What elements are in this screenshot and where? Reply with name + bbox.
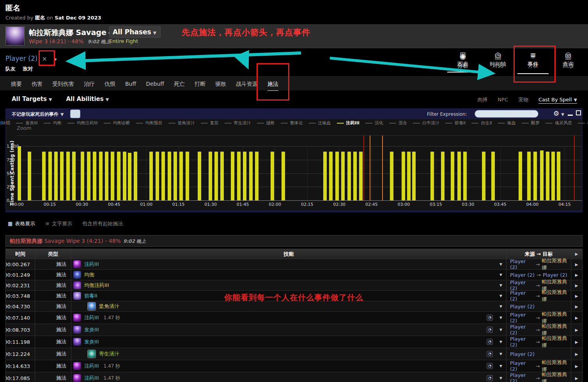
death-filter-toggle[interactable]: [70, 110, 80, 118]
cast-timer-icon[interactable]: ◔: [487, 351, 493, 357]
source-link[interactable]: Player (2): [510, 290, 533, 302]
row-caret-icon[interactable]: ▼: [499, 304, 502, 308]
legend-item[interactable]: 混合: [389, 120, 407, 126]
row-detail-button[interactable]: ▶: [571, 270, 582, 280]
nav-图表[interactable]: ⊞图表: [445, 50, 480, 74]
row-caret-icon[interactable]: ▼: [499, 364, 502, 368]
row-detail-button[interactable]: ▶: [571, 312, 582, 324]
tab-Debuff[interactable]: Debuff: [146, 77, 164, 91]
death-filter-dropdown[interactable]: 不记录玩家死后的事件▼: [12, 111, 64, 118]
target-link[interactable]: 帕拉斯雅典娜: [542, 371, 571, 382]
all-abilities-dropdown[interactable]: All Abilities▼: [66, 96, 109, 103]
legend-item[interactable]: 拯救: [257, 120, 275, 126]
row-detail-button[interactable]: ▶: [571, 372, 582, 382]
source-link[interactable]: Player (2): [510, 304, 535, 309]
all-targets-dropdown[interactable]: All Targets▼: [12, 96, 52, 103]
cast-timer-icon[interactable]: ◔: [487, 315, 493, 321]
source-link[interactable]: Player (2): [510, 372, 533, 382]
legend-item[interactable]: 注药III: [337, 120, 360, 126]
cast-timer-icon[interactable]: ◔: [487, 327, 493, 333]
legend-item[interactable]: 均衡诊断: [104, 120, 130, 126]
legend-item[interactable]: 即刻咏唱: [0, 120, 10, 126]
ability-icon[interactable]: [87, 350, 96, 358]
cast-timer-icon[interactable]: ◔: [487, 363, 493, 369]
row-caret-icon[interactable]: ▼: [499, 283, 502, 287]
tab-打断[interactable]: 打断: [195, 77, 205, 91]
phase-dropdown[interactable]: All Phases▼: [109, 26, 161, 38]
legend-item[interactable]: 魂灵风息: [545, 120, 572, 126]
legend-item[interactable]: 寄生清汁: [225, 120, 251, 126]
legend-item[interactable]: 输血: [498, 120, 516, 126]
nav-时间轴[interactable]: ◷时间轴: [480, 50, 515, 74]
cast-timer-icon[interactable]: ◔: [487, 339, 493, 345]
row-detail-button[interactable]: ▶: [571, 360, 582, 372]
tab-死亡[interactable]: 死亡: [174, 77, 185, 91]
target-link[interactable]: Player (2): [543, 272, 567, 278]
ability-link[interactable]: 发炎III: [84, 326, 99, 333]
target-link[interactable]: 帕拉斯雅典娜: [542, 335, 571, 349]
friendlies-link[interactable]: 队友: [5, 66, 16, 72]
maximize-icon[interactable]: [576, 110, 581, 115]
pets-link[interactable]: 宠物: [518, 96, 528, 103]
tab-驱散[interactable]: 驱散: [215, 77, 226, 91]
row-detail-button[interactable]: ▶: [571, 280, 582, 290]
ability-icon[interactable]: [73, 292, 81, 300]
ability-icon[interactable]: [73, 271, 81, 279]
legend-item[interactable]: 整体论: [281, 120, 303, 126]
ability-icon[interactable]: [73, 281, 81, 289]
melee-link[interactable]: 肉搏: [477, 96, 487, 103]
row-detail-button[interactable]: ▶: [571, 348, 582, 360]
tab-战斗资源[interactable]: 战斗资源: [236, 77, 258, 91]
ability-link[interactable]: 注药III: [84, 363, 99, 370]
target-link[interactable]: 帕拉斯雅典娜: [542, 289, 571, 303]
text-view-button[interactable]: ≡文字展示: [45, 220, 72, 227]
ability-icon[interactable]: [73, 314, 81, 322]
row-caret-icon[interactable]: ▼: [499, 262, 502, 266]
player-filter-label[interactable]: Player (2): [5, 55, 37, 62]
row-caret-icon[interactable]: ▼: [499, 294, 502, 298]
ability-icon[interactable]: [87, 302, 96, 311]
legend-item[interactable]: 自生II: [471, 120, 492, 126]
legend-item[interactable]: 均衡注药III: [67, 120, 98, 126]
row-caret-icon[interactable]: ▼: [499, 352, 502, 356]
legend-item[interactable]: 活化: [365, 120, 383, 126]
legend-item[interactable]: 均衡: [44, 120, 62, 126]
row-caret-icon[interactable]: ▼: [499, 273, 502, 277]
include-precast-link[interactable]: 包含所有起始施法: [82, 220, 123, 227]
table-view-button[interactable]: ▦表格展示: [8, 220, 35, 227]
tab-受到伤害[interactable]: 受到伤害: [52, 77, 74, 91]
legend-item[interactable]: 魂灵风息: [578, 120, 588, 126]
row-detail-button[interactable]: ▶: [571, 259, 582, 269]
ability-link[interactable]: 均衡注药III: [84, 282, 109, 289]
source-link[interactable]: Player (2): [510, 272, 535, 278]
legend-item[interactable]: 白牛清汁: [413, 120, 439, 126]
ability-link[interactable]: 注药III: [84, 261, 99, 268]
col-detail[interactable]: ▶: [571, 249, 582, 259]
row-detail-button[interactable]: ▶: [571, 324, 582, 336]
source-link[interactable]: Player (2): [510, 324, 533, 336]
row-caret-icon[interactable]: ▼: [499, 328, 502, 332]
banner-boss[interactable]: 帕拉斯雅典娜: [10, 238, 43, 244]
row-detail-button[interactable]: ▶: [571, 336, 582, 348]
source-link[interactable]: Player (2): [510, 312, 533, 324]
source-link[interactable]: Player (2): [510, 336, 533, 348]
tab-伤害[interactable]: 伤害: [32, 77, 43, 91]
row-detail-button[interactable]: ▶: [571, 291, 582, 301]
ability-icon[interactable]: [73, 326, 81, 334]
tab-治疗[interactable]: 治疗: [84, 77, 95, 91]
ability-link[interactable]: 注药III: [84, 375, 99, 382]
row-caret-icon[interactable]: ▼: [499, 340, 502, 344]
ability-icon[interactable]: [73, 260, 81, 268]
ability-icon[interactable]: [73, 374, 81, 382]
boss-title-dropdown[interactable]: 帕拉斯雅典娜 Savage▼: [29, 28, 112, 38]
row-caret-icon[interactable]: ▼: [499, 316, 502, 320]
ability-link[interactable]: 注药III: [84, 314, 99, 321]
legend-item[interactable]: 复苏: [201, 120, 219, 126]
gear-icon[interactable]: ⚙▼: [553, 110, 564, 117]
minimize-icon[interactable]: [568, 115, 573, 116]
enemies-link[interactable]: 敌对: [23, 66, 33, 72]
row-detail-button[interactable]: ▶: [571, 301, 582, 311]
ability-link[interactable]: 均衡: [84, 271, 94, 278]
ability-link[interactable]: 箭毒II: [84, 292, 97, 299]
filter-expression-input[interactable]: [475, 110, 538, 118]
